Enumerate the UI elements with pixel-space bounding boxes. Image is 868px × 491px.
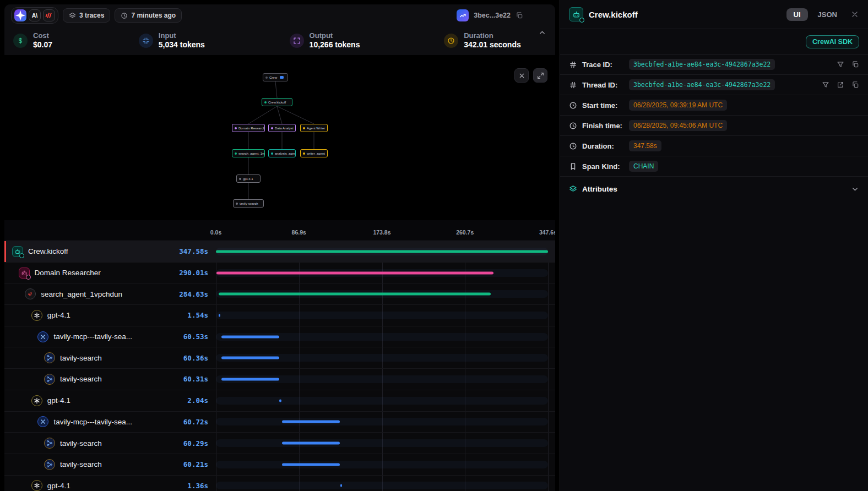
span-name: gpt-4.1: [47, 482, 70, 490]
graph-node-tool[interactable]: tavily-search: [233, 199, 264, 208]
span-name: tavily-mcp---tavily-sea...: [53, 332, 132, 341]
span-track: [216, 305, 548, 326]
span-duration: 60.21s: [183, 460, 216, 468]
attributes-section-toggle[interactable]: Attributes: [560, 177, 868, 201]
close-graph-button[interactable]: [514, 68, 529, 83]
attributes-icon: [569, 185, 577, 193]
tool-icon: [44, 374, 55, 385]
tab-ui[interactable]: UI: [786, 8, 808, 21]
span-bar: [219, 314, 220, 317]
trace-row[interactable]: Crew.kickoff347.58s: [4, 241, 555, 263]
bookmark-icon: [569, 162, 577, 171]
trace-row[interactable]: tavily-search60.36s: [4, 347, 555, 369]
span-bar: [279, 399, 281, 402]
copy-trace-id-button[interactable]: [516, 12, 523, 19]
field-value: CHAIN: [629, 161, 658, 172]
provider-logos: A\: [11, 7, 58, 24]
trace-row[interactable]: Domain Researcher290.01s: [4, 263, 555, 284]
span-duration: 1.54s: [187, 311, 216, 319]
trace-row[interactable]: tavily-search60.29s: [4, 433, 555, 454]
close-panel-button[interactable]: [850, 10, 859, 19]
external-button[interactable]: [837, 81, 844, 89]
clock-icon: [121, 12, 128, 19]
span-name: search_agent_1vpchdun: [41, 290, 122, 298]
span-name: gpt-4.1: [47, 396, 70, 405]
crew-icon: [569, 7, 583, 21]
clock-icon: [444, 34, 458, 48]
graph-node-label: writer_agent: [307, 152, 325, 155]
trace-row[interactable]: tavily-mcp---tavily-sea...60.72s: [4, 412, 555, 433]
span-duration: 60.53s: [183, 332, 216, 341]
copy-icon: [516, 12, 523, 19]
collapse-metrics-button[interactable]: [538, 29, 546, 37]
axis-tick: 260.7s: [456, 229, 474, 236]
openai-icon: [31, 310, 42, 321]
detail-field-spankind: Span Kind:CHAIN: [560, 156, 868, 177]
span-duration: 1.36s: [187, 482, 216, 490]
span-track: [216, 283, 548, 304]
tools-icon: [37, 331, 48, 342]
detail-field-starttime: Start time:06/28/2025, 09:39:19 AM UTC: [560, 95, 868, 116]
axis-tick: 86.9s: [292, 229, 306, 236]
span-bar: [219, 293, 491, 296]
span-bar: [216, 250, 548, 253]
detail-field-traceid: Trace ID:3becbfed-a1be-ae84-ea3c-4942867…: [560, 54, 868, 75]
tab-json[interactable]: JSON: [813, 8, 842, 21]
span-track: [216, 326, 548, 347]
span-name: tavily-search: [60, 460, 102, 468]
graph-node-label: Crew.kickoff: [268, 101, 286, 104]
graph-node-task2[interactable]: analysis_agent: [268, 149, 296, 157]
sparkle-logo-icon: [14, 9, 26, 21]
metric-label: Duration: [464, 31, 521, 40]
traces-count-badge[interactable]: 3 traces: [63, 8, 110, 23]
trace-graph: CrewCrew.kickoffDomain ResearcherData An…: [4, 55, 555, 220]
crewai-icon: [25, 288, 36, 299]
openai-icon: [31, 395, 42, 406]
trace-row[interactable]: gpt-4.11.36s: [4, 476, 555, 491]
metrics-row: Cost$0.07Input5,034 tokensOutput10,266 t…: [4, 26, 555, 55]
detail-title: Crew.kickoff: [589, 10, 781, 19]
trace-row[interactable]: tavily-mcp---tavily-sea...60.53s: [4, 326, 555, 348]
graph-node-task3[interactable]: writer_agent: [300, 149, 328, 157]
hash-icon: [569, 81, 577, 89]
field-value: 06/28/2025, 09:45:06 AM UTC: [629, 120, 727, 131]
filter-button[interactable]: [822, 81, 829, 89]
tool-icon: [44, 438, 55, 449]
graph-node-agent1[interactable]: Domain Researcher: [232, 124, 265, 132]
agent-icon: [19, 268, 30, 279]
graph-node-label: Agent Writer: [307, 127, 325, 130]
span-bar: [282, 463, 339, 466]
trace-row[interactable]: gpt-4.12.04s: [4, 390, 555, 412]
copy-button[interactable]: [851, 61, 859, 68]
axis-tick: 0.0s: [210, 229, 221, 236]
updated-time-label: 7 minutes ago: [131, 12, 176, 19]
clock-icon: [569, 101, 577, 110]
node-badge: [280, 76, 284, 79]
span-bar: [282, 442, 340, 445]
span-track: [216, 454, 548, 475]
expand-graph-button[interactable]: [533, 68, 547, 83]
metrics-chart-icon[interactable]: [457, 9, 469, 21]
span-name: gpt-4.1: [47, 311, 70, 319]
trace-row[interactable]: tavily-search60.21s: [4, 454, 555, 476]
tool-icon: [44, 352, 55, 363]
metric-duration: Duration342.01 seconds: [444, 31, 546, 50]
traces-count-label: 3 traces: [79, 12, 104, 19]
graph-node-kickoff[interactable]: Crew.kickoff: [262, 98, 292, 106]
graph-node-agent2[interactable]: Data Analyst: [268, 124, 296, 132]
trace-row[interactable]: gpt-4.11.54s: [4, 305, 555, 326]
span-duration: 284.63s: [179, 290, 216, 298]
graph-node-agent3[interactable]: Agent Writer: [300, 124, 328, 132]
graph-node-crew[interactable]: Crew: [263, 73, 288, 81]
copy-button[interactable]: [851, 81, 859, 89]
graph-node-label: search_agent_1vpchdun: [238, 152, 265, 155]
filter-button[interactable]: [837, 61, 844, 68]
arrsout-icon: [290, 34, 304, 48]
sdk-badge: CrewAI SDK: [806, 35, 859, 48]
graph-node-task1[interactable]: search_agent_1vpchdun: [232, 149, 265, 157]
graph-node-llm[interactable]: gpt-4.1: [236, 174, 261, 183]
trace-row[interactable]: search_agent_1vpchdun284.63s: [4, 283, 555, 305]
axis-tick: 173.8s: [373, 229, 390, 236]
trace-row[interactable]: tavily-search60.31s: [4, 369, 555, 390]
span-bar: [340, 484, 342, 487]
